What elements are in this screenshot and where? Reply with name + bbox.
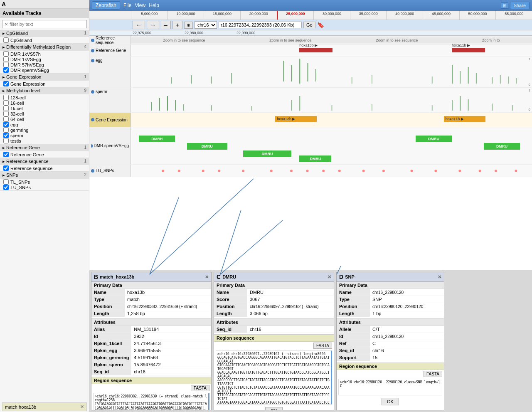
filter-input[interactable]: [10, 22, 84, 27]
svg-rect-0: [283, 61, 284, 81]
track-row-sperm: sperm 1 0: [89, 88, 532, 113]
checkbox-germring[interactable]: [3, 127, 9, 133]
panel-c-ok-btn[interactable]: OK: [265, 407, 283, 410]
dmr-bar-dmru-4[interactable]: DMRU: [416, 136, 452, 142]
panel-d-fasta-btn[interactable]: FASTA: [424, 371, 442, 377]
ruler-tick-2: 10,000,000: [167, 11, 204, 20]
dmr-bar-dmru-5[interactable]: DMRU: [484, 143, 520, 150]
gene-expr-hoxa11b[interactable]: hoxa11b ▶: [444, 116, 485, 122]
checkbox-tu-snps[interactable]: [3, 185, 9, 190]
gene-expr-hoxa13b[interactable]: hoxa13b ▶: [275, 116, 317, 122]
section-header-ref-gene[interactable]: ▸ Reference Gene1: [0, 144, 89, 151]
checkbox-16cell[interactable]: [3, 100, 9, 106]
svg-rect-4: [315, 69, 316, 81]
svg-rect-13: [460, 71, 461, 84]
svg-rect-33: [460, 96, 461, 111]
track-section-gene-expr: ▸ Gene Expression1 Gene Expression: [0, 74, 89, 87]
svg-point-52: [479, 170, 481, 172]
svg-rect-28: [299, 96, 300, 111]
panel-d-close[interactable]: ✕: [438, 274, 441, 280]
panel-c-close[interactable]: ✕: [328, 274, 331, 280]
dmr-bar-dmru-1[interactable]: DMRU: [187, 143, 227, 150]
zoom-in-btn[interactable]: +: [172, 21, 182, 29]
match-close-icon[interactable]: ✕: [80, 404, 84, 410]
zoom-detail-ruler: 22,975,000 22,980,000 22,990,000: [89, 30, 532, 36]
nav-right-btn[interactable]: →: [147, 21, 159, 29]
svg-rect-2: [299, 59, 300, 84]
panel-d-letter: D: [339, 274, 343, 280]
fullscreen-icon[interactable]: ⊞: [501, 2, 508, 9]
menu-view[interactable]: View: [135, 2, 145, 8]
zoom-out-btn[interactable]: –: [161, 21, 171, 29]
svg-rect-6: [191, 75, 192, 84]
checkbox-ref-seq[interactable]: [3, 165, 9, 171]
svg-rect-21: [159, 98, 160, 111]
track-row-snp: TU_SNPs: [89, 165, 532, 177]
panel-b-letter: B: [94, 274, 98, 280]
ruler-tick-9: 45,000,000: [423, 11, 459, 20]
position-input[interactable]: [219, 22, 302, 28]
checkbox-dmr1[interactable]: [3, 51, 9, 57]
checkbox-cpgisland[interactable]: [3, 37, 9, 43]
nav-left-btn[interactable]: ←: [133, 21, 145, 29]
checkbox-testis[interactable]: [3, 138, 9, 143]
checkbox-128cell[interactable]: [3, 95, 9, 100]
svg-rect-15: [476, 73, 477, 84]
menu-file[interactable]: File: [123, 2, 131, 8]
panel-c-letter: C: [217, 274, 221, 280]
panel-d-ok-btn[interactable]: OK: [382, 398, 399, 405]
panel-d-fasta-text: >chr16 chr16:22980120..22980120 class=SN…: [338, 379, 442, 395]
section-header-ref-seq[interactable]: ▸ Reference sequence1: [0, 158, 89, 165]
track-content-gene-expr: hoxa13b ▶ hoxa11b ▶: [131, 113, 532, 127]
svg-rect-36: [512, 105, 513, 111]
go-btn[interactable]: Go: [303, 22, 315, 28]
track-content-dmr: DMRH DMRU DMRU DMRU DMRU DMRU: [131, 127, 532, 164]
checkbox-tl-snps[interactable]: [3, 179, 9, 185]
filter-x-icon[interactable]: ✕: [5, 22, 8, 27]
panel-b-attr-table: AliasNM_131194 Id3932 Rpkm_1kcell24.7194…: [91, 326, 211, 375]
panel-d-primary-table: Namechr16_22980120 TypeSNP Positionchr16…: [337, 289, 444, 317]
zoom-fit-btn[interactable]: ⊕: [184, 22, 193, 29]
svg-rect-27: [291, 100, 292, 111]
section-header-gene-expr[interactable]: ▸ Gene Expression1: [0, 74, 89, 81]
checkbox-dmr2[interactable]: [3, 57, 9, 62]
menu-help[interactable]: Help: [149, 2, 159, 8]
gene-hoxa13b[interactable]: hoxa13b ▶: [299, 48, 332, 52]
track-row-gene-expr: Gene Expression hoxa13b ▶ hoxa11b ▶: [89, 113, 532, 127]
checkbox-egg[interactable]: [3, 122, 9, 127]
dmr-bar-dmrh[interactable]: DMRH: [139, 136, 175, 142]
panel-b-header: B match_hoxa13b ✕: [91, 272, 211, 282]
section-header-methylation[interactable]: ▸ Methylation level9: [0, 87, 89, 94]
dmr-bar-dmru-3[interactable]: DMRU: [299, 155, 331, 162]
chr-select[interactable]: chr16: [195, 21, 217, 29]
bookmark-icon[interactable]: 🔖: [317, 22, 324, 28]
panel-d-title: SNP: [345, 274, 355, 279]
checkbox-64cell[interactable]: [3, 116, 9, 122]
section-header-cpgisland[interactable]: ▸ CpGIsland1: [0, 30, 89, 37]
section-header-dmr[interactable]: ▸ Differentially Methylated Region4: [0, 44, 89, 51]
checkbox-gene-expr[interactable]: [3, 81, 9, 86]
checkbox-dmr3[interactable]: [3, 62, 9, 67]
panel-b-close[interactable]: ✕: [205, 274, 209, 280]
panel-d-region-header: Region sequence: [337, 363, 444, 370]
svg-point-49: [411, 170, 413, 172]
panel-c: C DMRU ✕ Primary Data NameDMRU Score3067…: [214, 272, 334, 410]
gene-hoxa11b[interactable]: hoxa11b ▶: [452, 48, 485, 52]
dmr-bar-dmru-2[interactable]: DMRU: [243, 150, 291, 157]
panel-d-attr-header: Attributes: [337, 318, 444, 326]
share-button[interactable]: Share: [510, 2, 530, 9]
panel-b-fasta-btn[interactable]: FASTA: [191, 385, 209, 391]
section-header-snps[interactable]: ▸ SNPs2: [0, 172, 89, 179]
panel-c-primary-table: NameDMRU Score3067 Positionchr16:2298609…: [214, 289, 334, 317]
checkbox-sperm[interactable]: [3, 133, 9, 138]
zoom-pos-left: 22,975,000: [133, 31, 151, 35]
checkbox-1kcell[interactable]: [3, 106, 9, 111]
checkbox-dmr4[interactable]: [3, 67, 9, 73]
checkbox-32cell[interactable]: [3, 111, 9, 116]
checkbox-ref-gene[interactable]: [3, 152, 9, 157]
species-button[interactable]: Zebrafish: [92, 1, 120, 10]
svg-point-37: [162, 170, 164, 172]
svg-point-45: [322, 170, 325, 172]
panel-c-fasta-btn[interactable]: FASTA: [313, 343, 332, 349]
browser-toolbar: Zebrafish File View Help ⊞ Share: [89, 0, 532, 11]
